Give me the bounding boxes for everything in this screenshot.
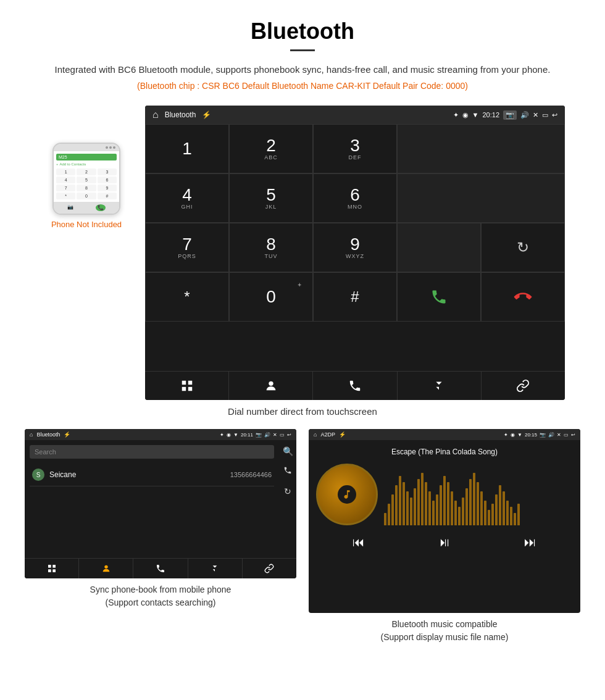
phone-top-bar (54, 144, 119, 151)
svg-rect-1 (188, 381, 191, 385)
phone-dot (113, 146, 115, 149)
pb-wifi-icon: ▼ (233, 432, 238, 438)
phone-mockup-container: M25 +Add to Contacts 1 2 3 4 5 6 7 8 9 (40, 143, 133, 229)
phone-dot (109, 146, 112, 149)
search-bar[interactable]: Search (30, 445, 274, 459)
dial-caption: Dial number direct from touchscreen (25, 406, 580, 417)
music-album-area (316, 464, 573, 525)
nav-grid-icon[interactable] (145, 372, 229, 400)
dial-key-8[interactable]: 8 TUV (229, 223, 313, 272)
dial-empty-3 (397, 223, 481, 272)
album-art (316, 464, 378, 525)
window-icon[interactable]: ▭ (542, 111, 548, 119)
pb-nav-phone[interactable] (133, 559, 188, 578)
music-vol-icon[interactable]: 🔊 (548, 432, 554, 438)
phone-not-included-label: Phone Not Included (51, 220, 122, 229)
svg-rect-3 (188, 387, 191, 391)
music-caption: Bluetooth music compatible(Support displ… (381, 618, 509, 644)
nav-link-icon[interactable] (482, 372, 565, 400)
phonebook-status-bar: ⌂ Bluetooth ⚡ ✦ ◉ ▼ 20:11 📷 🔊 ✕ ▭ ↩ (25, 429, 296, 440)
bluetooth-status-icon: ✦ (453, 111, 459, 119)
dial-key-0[interactable]: 0 + (229, 272, 313, 322)
phone-dialpad-key: 1 (56, 169, 75, 175)
music-usb-icon: ⚡ (339, 431, 346, 438)
pb-back-icon[interactable]: ↩ (287, 432, 291, 438)
pb-nav-bt[interactable] (188, 559, 243, 578)
page-title: Bluetooth (25, 19, 580, 44)
phone-dialpad-key: 7 (56, 185, 75, 191)
dial-key-2[interactable]: 2 ABC (229, 124, 313, 173)
dial-call-button[interactable] (397, 272, 481, 322)
phone-screen: M25 +Add to Contacts 1 2 3 4 5 6 7 8 9 (54, 151, 119, 202)
dial-key-9[interactable]: 9 WXYZ (313, 223, 397, 272)
dial-key-star[interactable]: * (145, 272, 229, 322)
contact-number: 13566664466 (230, 471, 272, 478)
dial-key-4[interactable]: 4 GHI (145, 173, 229, 223)
dial-end-call-button[interactable] (481, 272, 565, 322)
music-loc-icon: ◉ (511, 432, 515, 438)
music-close-icon[interactable]: ✕ (557, 432, 561, 438)
phonebook-screen-wrapper: ⌂ Bluetooth ⚡ ✦ ◉ ▼ 20:11 📷 🔊 ✕ ▭ ↩ (25, 429, 296, 644)
pb-nav-person[interactable] (79, 559, 133, 578)
car-status-right: ✦ ◉ ▼ 20:12 📷 🔊 ✕ ▭ ↩ (453, 110, 557, 120)
nav-person-icon[interactable] (229, 372, 313, 400)
pb-spacer (25, 496, 296, 558)
volume-icon[interactable]: 🔊 (520, 111, 529, 119)
home-icon[interactable]: ⌂ (152, 109, 159, 120)
dial-key-3[interactable]: 3 DEF (313, 124, 397, 173)
nav-phone-icon[interactable] (313, 372, 397, 400)
pb-nav-link[interactable] (243, 559, 296, 578)
music-home-icon[interactable]: ⌂ (314, 431, 317, 438)
dial-refresh-key[interactable]: ↻ (481, 223, 565, 272)
music-song-title: Escape (The Pina Colada Song) (316, 448, 573, 456)
svg-point-4 (269, 381, 273, 386)
contact-letter: S (32, 469, 44, 481)
phonebook-caption: Sync phone-book from mobile phone(Suppor… (90, 583, 232, 609)
pb-phone-side-icon[interactable] (283, 466, 292, 477)
phone-dialpad: 1 2 3 4 5 6 7 8 9 * 0 # (56, 169, 117, 199)
dial-key-hash[interactable]: # (313, 272, 397, 322)
pb-refresh-icon[interactable]: ↻ (284, 486, 291, 496)
svg-rect-6 (52, 565, 56, 568)
pb-bt-icon: ✦ (220, 432, 224, 438)
dial-empty-2 (397, 173, 565, 223)
contact-row[interactable]: S Seicane 13566664466 (30, 464, 274, 486)
dial-key-6[interactable]: 6 MNO (313, 173, 397, 223)
dial-key-7[interactable]: 7 PQRS (145, 223, 229, 272)
play-pause-icon[interactable]: ⏯ (438, 535, 451, 549)
pb-win-icon[interactable]: ▭ (280, 432, 285, 438)
phone-dialpad-key: 0 (77, 193, 96, 199)
phone-dialpad-key: 5 (77, 177, 96, 183)
phone-cam-icon: 📷 (67, 204, 73, 211)
pb-search-icon[interactable]: 🔍 (283, 446, 293, 456)
pb-home-icon[interactable]: ⌂ (30, 431, 33, 438)
svg-rect-0 (182, 381, 185, 385)
car-bottom-nav (145, 371, 565, 400)
pb-cam-icon[interactable]: 📷 (256, 432, 262, 438)
phonebook-body: Search S Seicane 13566664466 🔍 (25, 440, 296, 496)
close-icon[interactable]: ✕ (533, 111, 538, 119)
music-win-icon[interactable]: ▭ (564, 432, 569, 438)
next-track-icon[interactable]: ⏭ (524, 535, 536, 549)
phone-dialpad-key: 6 (98, 177, 117, 183)
prev-track-icon[interactable]: ⏮ (353, 535, 365, 549)
dial-key-5[interactable]: 5 JKL (229, 173, 313, 223)
description-text: Integrated with BC6 Bluetooth module, su… (25, 62, 580, 77)
nav-bluetooth-icon[interactable] (398, 372, 482, 400)
pb-close-icon[interactable]: ✕ (273, 432, 277, 438)
bottom-screens: ⌂ Bluetooth ⚡ ✦ ◉ ▼ 20:11 📷 🔊 ✕ ▭ ↩ (25, 429, 580, 644)
pb-vol-icon[interactable]: 🔊 (264, 432, 270, 438)
phone-dialpad-key: # (98, 193, 117, 199)
camera-icon[interactable]: 📷 (503, 110, 517, 120)
phonebook-main: Search S Seicane 13566664466 (25, 440, 279, 496)
wifi-icon: ▼ (472, 111, 479, 119)
dial-key-1[interactable]: 1 (145, 124, 229, 173)
music-content: Escape (The Pina Colada Song) ⏮ ⏯ ⏭ (309, 440, 580, 613)
pb-nav-grid[interactable] (25, 559, 79, 578)
music-back-icon[interactable]: ↩ (571, 432, 575, 438)
title-divider (290, 49, 315, 51)
phonebook-screen: ⌂ Bluetooth ⚡ ✦ ◉ ▼ 20:11 📷 🔊 ✕ ▭ ↩ (25, 429, 296, 578)
dialer-grid: 1 2 ABC 3 DEF 4 GHI (145, 124, 565, 371)
back-icon[interactable]: ↩ (552, 111, 557, 119)
music-cam-icon[interactable]: 📷 (540, 432, 546, 438)
